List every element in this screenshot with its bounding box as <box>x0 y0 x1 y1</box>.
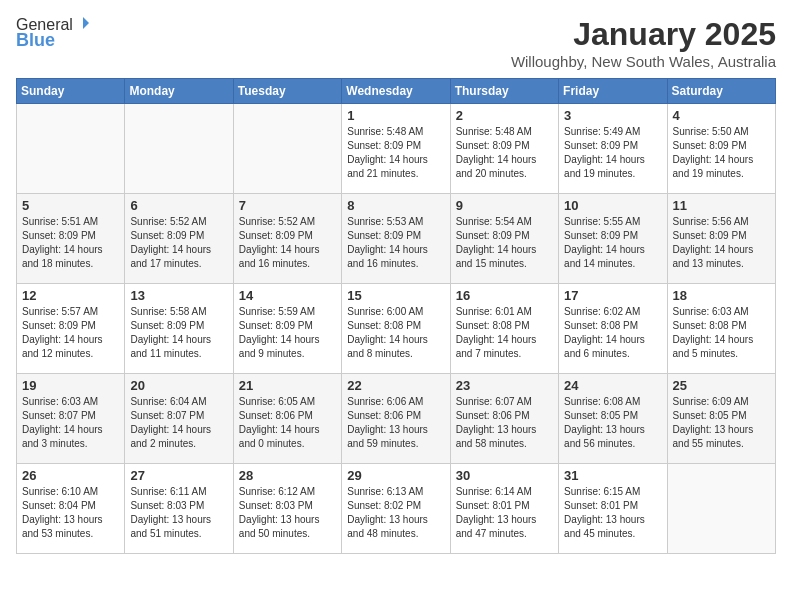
day-info: Sunrise: 6:02 AM Sunset: 8:08 PM Dayligh… <box>564 305 661 361</box>
col-header-wednesday: Wednesday <box>342 79 450 104</box>
calendar-cell: 6Sunrise: 5:52 AM Sunset: 8:09 PM Daylig… <box>125 194 233 284</box>
calendar-cell: 29Sunrise: 6:13 AM Sunset: 8:02 PM Dayli… <box>342 464 450 554</box>
day-number: 16 <box>456 288 553 303</box>
calendar-cell: 20Sunrise: 6:04 AM Sunset: 8:07 PM Dayli… <box>125 374 233 464</box>
calendar-cell: 16Sunrise: 6:01 AM Sunset: 8:08 PM Dayli… <box>450 284 558 374</box>
day-info: Sunrise: 5:52 AM Sunset: 8:09 PM Dayligh… <box>130 215 227 271</box>
day-number: 4 <box>673 108 770 123</box>
day-number: 27 <box>130 468 227 483</box>
day-number: 24 <box>564 378 661 393</box>
calendar-cell: 8Sunrise: 5:53 AM Sunset: 8:09 PM Daylig… <box>342 194 450 284</box>
calendar-cell: 12Sunrise: 5:57 AM Sunset: 8:09 PM Dayli… <box>17 284 125 374</box>
day-number: 1 <box>347 108 444 123</box>
calendar-cell: 3Sunrise: 5:49 AM Sunset: 8:09 PM Daylig… <box>559 104 667 194</box>
day-number: 21 <box>239 378 336 393</box>
day-number: 7 <box>239 198 336 213</box>
svg-marker-0 <box>83 17 89 29</box>
day-number: 9 <box>456 198 553 213</box>
calendar-cell <box>17 104 125 194</box>
day-number: 3 <box>564 108 661 123</box>
page-header: General Blue January 2025 Willoughby, Ne… <box>16 16 776 70</box>
month-title: January 2025 <box>511 16 776 53</box>
day-info: Sunrise: 6:03 AM Sunset: 8:08 PM Dayligh… <box>673 305 770 361</box>
day-info: Sunrise: 5:58 AM Sunset: 8:09 PM Dayligh… <box>130 305 227 361</box>
day-number: 14 <box>239 288 336 303</box>
day-number: 22 <box>347 378 444 393</box>
day-number: 11 <box>673 198 770 213</box>
day-info: Sunrise: 6:09 AM Sunset: 8:05 PM Dayligh… <box>673 395 770 451</box>
day-number: 26 <box>22 468 119 483</box>
calendar-cell: 7Sunrise: 5:52 AM Sunset: 8:09 PM Daylig… <box>233 194 341 284</box>
calendar-cell: 4Sunrise: 5:50 AM Sunset: 8:09 PM Daylig… <box>667 104 775 194</box>
col-header-thursday: Thursday <box>450 79 558 104</box>
calendar-cell: 10Sunrise: 5:55 AM Sunset: 8:09 PM Dayli… <box>559 194 667 284</box>
day-number: 8 <box>347 198 444 213</box>
day-number: 2 <box>456 108 553 123</box>
calendar-cell: 11Sunrise: 5:56 AM Sunset: 8:09 PM Dayli… <box>667 194 775 284</box>
calendar-cell: 22Sunrise: 6:06 AM Sunset: 8:06 PM Dayli… <box>342 374 450 464</box>
day-info: Sunrise: 6:01 AM Sunset: 8:08 PM Dayligh… <box>456 305 553 361</box>
day-info: Sunrise: 6:00 AM Sunset: 8:08 PM Dayligh… <box>347 305 444 361</box>
calendar-cell: 19Sunrise: 6:03 AM Sunset: 8:07 PM Dayli… <box>17 374 125 464</box>
day-info: Sunrise: 6:04 AM Sunset: 8:07 PM Dayligh… <box>130 395 227 451</box>
day-info: Sunrise: 5:51 AM Sunset: 8:09 PM Dayligh… <box>22 215 119 271</box>
day-info: Sunrise: 6:12 AM Sunset: 8:03 PM Dayligh… <box>239 485 336 541</box>
title-block: January 2025 Willoughby, New South Wales… <box>511 16 776 70</box>
day-info: Sunrise: 6:08 AM Sunset: 8:05 PM Dayligh… <box>564 395 661 451</box>
day-info: Sunrise: 5:57 AM Sunset: 8:09 PM Dayligh… <box>22 305 119 361</box>
day-info: Sunrise: 5:50 AM Sunset: 8:09 PM Dayligh… <box>673 125 770 181</box>
day-info: Sunrise: 5:52 AM Sunset: 8:09 PM Dayligh… <box>239 215 336 271</box>
day-number: 5 <box>22 198 119 213</box>
calendar-cell: 13Sunrise: 5:58 AM Sunset: 8:09 PM Dayli… <box>125 284 233 374</box>
day-number: 10 <box>564 198 661 213</box>
calendar-cell <box>233 104 341 194</box>
calendar-table: SundayMondayTuesdayWednesdayThursdayFrid… <box>16 78 776 554</box>
calendar-cell <box>125 104 233 194</box>
calendar-cell: 24Sunrise: 6:08 AM Sunset: 8:05 PM Dayli… <box>559 374 667 464</box>
location: Willoughby, New South Wales, Australia <box>511 53 776 70</box>
calendar-cell: 28Sunrise: 6:12 AM Sunset: 8:03 PM Dayli… <box>233 464 341 554</box>
day-number: 31 <box>564 468 661 483</box>
day-number: 23 <box>456 378 553 393</box>
day-number: 25 <box>673 378 770 393</box>
day-number: 18 <box>673 288 770 303</box>
day-number: 12 <box>22 288 119 303</box>
day-number: 29 <box>347 468 444 483</box>
logo-icon <box>75 15 91 31</box>
day-number: 6 <box>130 198 227 213</box>
day-info: Sunrise: 6:11 AM Sunset: 8:03 PM Dayligh… <box>130 485 227 541</box>
calendar-cell: 27Sunrise: 6:11 AM Sunset: 8:03 PM Dayli… <box>125 464 233 554</box>
calendar-cell: 15Sunrise: 6:00 AM Sunset: 8:08 PM Dayli… <box>342 284 450 374</box>
col-header-tuesday: Tuesday <box>233 79 341 104</box>
day-info: Sunrise: 6:05 AM Sunset: 8:06 PM Dayligh… <box>239 395 336 451</box>
calendar-cell: 23Sunrise: 6:07 AM Sunset: 8:06 PM Dayli… <box>450 374 558 464</box>
calendar-cell: 21Sunrise: 6:05 AM Sunset: 8:06 PM Dayli… <box>233 374 341 464</box>
day-info: Sunrise: 5:59 AM Sunset: 8:09 PM Dayligh… <box>239 305 336 361</box>
calendar-cell: 2Sunrise: 5:48 AM Sunset: 8:09 PM Daylig… <box>450 104 558 194</box>
day-number: 28 <box>239 468 336 483</box>
day-number: 30 <box>456 468 553 483</box>
col-header-monday: Monday <box>125 79 233 104</box>
day-info: Sunrise: 6:07 AM Sunset: 8:06 PM Dayligh… <box>456 395 553 451</box>
calendar-cell <box>667 464 775 554</box>
day-number: 15 <box>347 288 444 303</box>
day-info: Sunrise: 5:48 AM Sunset: 8:09 PM Dayligh… <box>456 125 553 181</box>
calendar-cell: 31Sunrise: 6:15 AM Sunset: 8:01 PM Dayli… <box>559 464 667 554</box>
day-info: Sunrise: 6:06 AM Sunset: 8:06 PM Dayligh… <box>347 395 444 451</box>
col-header-saturday: Saturday <box>667 79 775 104</box>
calendar-cell: 25Sunrise: 6:09 AM Sunset: 8:05 PM Dayli… <box>667 374 775 464</box>
calendar-cell: 18Sunrise: 6:03 AM Sunset: 8:08 PM Dayli… <box>667 284 775 374</box>
col-header-friday: Friday <box>559 79 667 104</box>
calendar-cell: 30Sunrise: 6:14 AM Sunset: 8:01 PM Dayli… <box>450 464 558 554</box>
day-info: Sunrise: 5:55 AM Sunset: 8:09 PM Dayligh… <box>564 215 661 271</box>
calendar-cell: 17Sunrise: 6:02 AM Sunset: 8:08 PM Dayli… <box>559 284 667 374</box>
calendar-cell: 14Sunrise: 5:59 AM Sunset: 8:09 PM Dayli… <box>233 284 341 374</box>
day-info: Sunrise: 6:10 AM Sunset: 8:04 PM Dayligh… <box>22 485 119 541</box>
day-info: Sunrise: 5:53 AM Sunset: 8:09 PM Dayligh… <box>347 215 444 271</box>
logo-blue-text: Blue <box>16 30 55 51</box>
day-info: Sunrise: 6:14 AM Sunset: 8:01 PM Dayligh… <box>456 485 553 541</box>
day-info: Sunrise: 5:48 AM Sunset: 8:09 PM Dayligh… <box>347 125 444 181</box>
calendar-cell: 5Sunrise: 5:51 AM Sunset: 8:09 PM Daylig… <box>17 194 125 284</box>
calendar-cell: 26Sunrise: 6:10 AM Sunset: 8:04 PM Dayli… <box>17 464 125 554</box>
day-number: 19 <box>22 378 119 393</box>
